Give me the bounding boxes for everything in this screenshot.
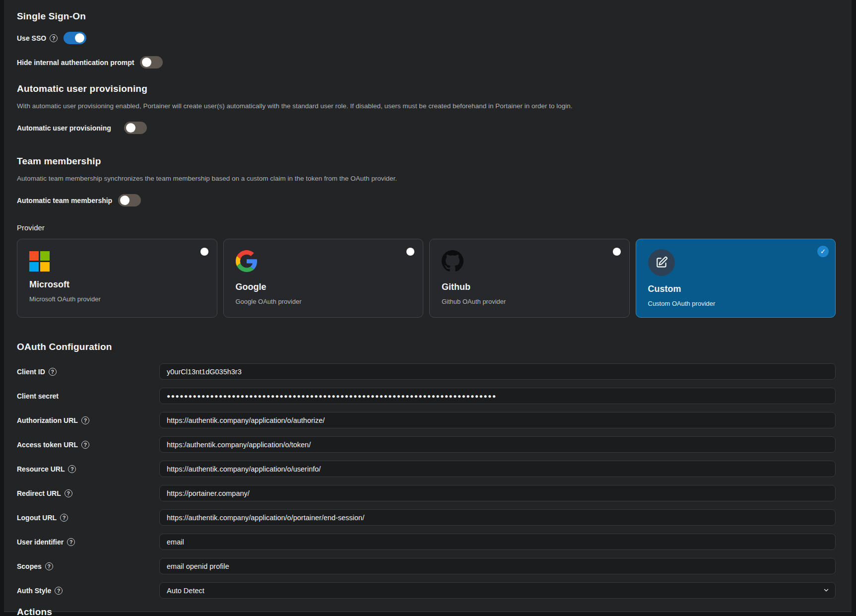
provider-card-title: Google	[236, 282, 411, 292]
help-icon[interactable]: ?	[55, 587, 63, 595]
team-toggle-label: Automatic team membership	[17, 197, 112, 205]
resource-url-label: Resource URL	[17, 465, 65, 473]
edit-icon	[655, 256, 668, 269]
provisioning-heading: Automatic user provisioning	[17, 83, 836, 94]
provider-card-subtitle: Custom OAuth provider	[648, 300, 824, 307]
toggle-knob	[75, 33, 84, 43]
provider-card-title: Github	[442, 282, 617, 292]
oauth-config-heading: OAuth Configuration	[17, 342, 836, 352]
provisioning-toggle-label: Automatic user provisioning	[17, 124, 111, 132]
user-identifier-label: User identifier	[17, 538, 64, 546]
client-secret-label: Client secret	[17, 392, 59, 400]
help-icon[interactable]: ?	[49, 368, 57, 376]
scopes-input[interactable]	[159, 558, 836, 574]
hide-prompt-toggle[interactable]	[140, 56, 163, 68]
help-icon[interactable]: ?	[45, 562, 53, 570]
provisioning-row: Automatic user provisioning	[17, 122, 836, 134]
access-token-url-label: Access token URL	[17, 441, 78, 449]
access-token-url-input[interactable]	[159, 436, 836, 453]
redirect-url-label: Redirect URL	[17, 489, 61, 497]
toggle-knob	[120, 196, 130, 205]
provisioning-toggle[interactable]	[124, 122, 147, 134]
provider-card-custom[interactable]: ✓ Custom Custom OAuth provider	[636, 239, 836, 318]
provider-card-subtitle: Github OAuth provider	[442, 298, 617, 305]
client-secret-input[interactable]	[159, 388, 836, 404]
field-row-user-identifier: User identifier?	[17, 534, 836, 550]
actions-heading: Actions	[17, 607, 836, 616]
logout-url-input[interactable]	[159, 509, 836, 526]
field-row-auth-style: Auth Style? Auto Detect	[17, 582, 836, 599]
provider-cards: Microsoft Microsoft OAuth provider Googl…	[17, 239, 836, 318]
field-row-client-id: Client ID?	[17, 363, 836, 380]
oauth-settings-panel: Single Sign-On Use SSO ? Hide internal a…	[4, 0, 852, 612]
auth-style-label: Auth Style	[17, 587, 51, 595]
toggle-knob	[126, 123, 135, 133]
team-heading: Team membership	[17, 156, 836, 167]
check-icon[interactable]: ✓	[817, 246, 829, 257]
team-description: Automatic team membership synchronizes t…	[17, 175, 836, 182]
radio-unselected-icon[interactable]	[613, 248, 621, 256]
help-icon[interactable]: ?	[50, 34, 58, 42]
help-icon[interactable]: ?	[81, 416, 89, 424]
radio-unselected-icon[interactable]	[200, 248, 208, 256]
help-icon[interactable]: ?	[65, 489, 72, 497]
help-icon[interactable]: ?	[68, 465, 76, 473]
field-row-access-token-url: Access token URL?	[17, 436, 836, 453]
field-row-redirect-url: Redirect URL?	[17, 485, 836, 501]
provider-card-subtitle: Microsoft OAuth provider	[29, 295, 205, 303]
resource-url-input[interactable]	[159, 461, 836, 477]
logout-url-label: Logout URL	[17, 514, 57, 522]
authorization-url-label: Authorization URL	[17, 416, 78, 424]
google-logo-icon	[236, 250, 258, 272]
redirect-url-input[interactable]	[159, 485, 836, 501]
scopes-label: Scopes	[17, 562, 42, 570]
provider-card-github[interactable]: Github Github OAuth provider	[429, 239, 630, 318]
provisioning-description: With automatic user provisioning enabled…	[17, 102, 836, 110]
field-row-authorization-url: Authorization URL?	[17, 412, 836, 428]
team-toggle[interactable]	[118, 194, 141, 206]
custom-badge	[648, 249, 675, 276]
provider-heading: Provider	[17, 223, 836, 232]
sso-heading: Single Sign-On	[17, 11, 836, 22]
radio-unselected-icon[interactable]	[406, 248, 414, 256]
github-logo-icon	[442, 250, 463, 272]
help-icon[interactable]: ?	[81, 441, 89, 449]
provider-card-subtitle: Google OAuth provider	[236, 298, 411, 305]
microsoft-logo-icon	[29, 251, 50, 272]
help-icon[interactable]: ?	[60, 514, 68, 522]
hide-prompt-label: Hide internal authentication prompt	[17, 59, 134, 67]
hide-prompt-row: Hide internal authentication prompt	[17, 56, 836, 68]
help-icon[interactable]: ?	[67, 538, 75, 546]
field-row-resource-url: Resource URL?	[17, 461, 836, 477]
field-row-client-secret: Client secret	[17, 388, 836, 404]
auth-style-select[interactable]: Auto Detect	[159, 582, 836, 599]
field-row-logout-url: Logout URL?	[17, 509, 836, 526]
provider-card-title: Custom	[648, 284, 824, 294]
use-sso-label: Use SSO	[17, 34, 46, 42]
use-sso-toggle[interactable]	[64, 32, 86, 44]
field-row-scopes: Scopes?	[17, 558, 836, 574]
use-sso-row: Use SSO ?	[17, 32, 836, 44]
authorization-url-input[interactable]	[159, 412, 836, 428]
team-row: Automatic team membership	[17, 194, 836, 206]
provider-card-google[interactable]: Google Google OAuth provider	[223, 239, 424, 318]
user-identifier-input[interactable]	[159, 534, 836, 550]
toggle-knob	[142, 58, 151, 67]
provider-card-title: Microsoft	[29, 279, 205, 290]
provider-card-microsoft[interactable]: Microsoft Microsoft OAuth provider	[17, 239, 217, 318]
client-id-input[interactable]	[159, 363, 836, 380]
client-id-label: Client ID	[17, 368, 45, 376]
